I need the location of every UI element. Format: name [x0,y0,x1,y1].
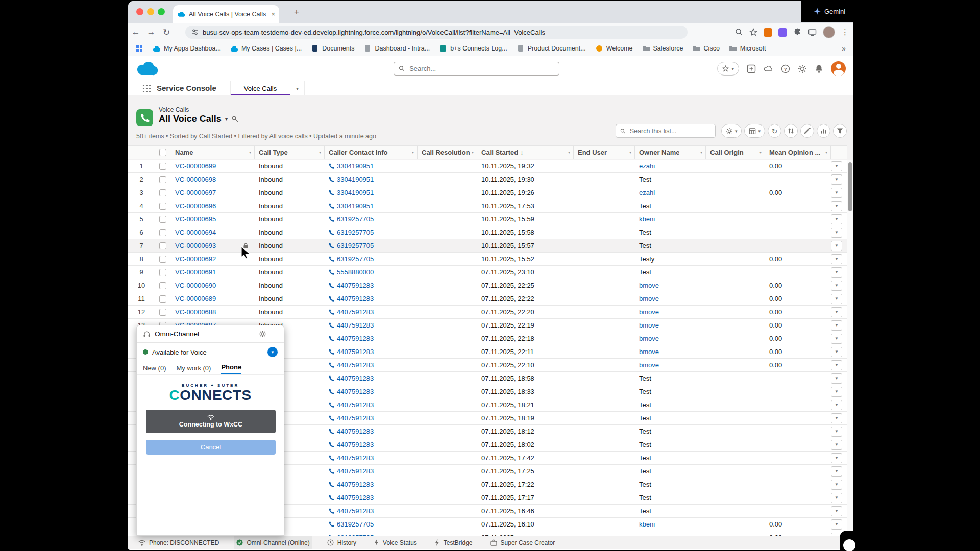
site-settings-icon[interactable] [191,29,199,36]
list-view-selector-chevron-icon[interactable]: ▾ [225,116,228,122]
owner-name[interactable]: Test [639,229,651,236]
bookmark-item[interactable]: Salesforce [642,44,683,53]
utility-phone-status[interactable]: Phone: DISCONNECTED [136,536,221,549]
owner-name[interactable]: bmove [639,321,659,329]
bookmark-item[interactable]: My Cases | Cases |... [230,44,302,53]
owner-name[interactable]: Test [639,388,651,395]
favorites-button[interactable]: ▾ [717,62,739,76]
caller-number-link[interactable]: 4407591283 [337,335,374,342]
table-row[interactable]: 6 VC-00000694 Inbound 6319257705 10.11.2… [128,226,847,239]
floating-button[interactable] [843,539,855,551]
bookmark-item[interactable]: My Apps Dashboa... [153,44,221,53]
row-actions-button[interactable]: ▼ [831,294,842,304]
caller-number-link[interactable]: 4407591283 [337,321,374,329]
row-actions-button[interactable]: ▼ [831,188,842,198]
pin-list-icon[interactable] [231,115,239,123]
browser-menu-icon[interactable]: ⋮ [841,28,849,37]
row-actions-button[interactable]: ▼ [831,267,842,278]
row-actions-button[interactable]: ▼ [831,320,842,331]
caller-number-link[interactable]: 5558880000 [337,268,374,276]
row-actions-button[interactable]: ▼ [831,281,842,291]
column-header-end-user[interactable]: End User▾ [574,146,635,159]
owner-name[interactable]: Test [639,268,651,276]
row-checkbox[interactable] [159,269,166,276]
column-header-name[interactable]: Name▾ [171,146,255,159]
omni-tab-my-work[interactable]: My work (0) [177,364,211,374]
bookmark-item[interactable]: Product Document... [517,44,586,53]
bookmark-star-icon[interactable] [749,28,757,36]
tab-close-icon[interactable]: × [271,10,275,18]
table-row[interactable]: 8 VC-00000692 Inbound 6319257705 10.11.2… [128,253,847,266]
zoom-window-button[interactable] [158,8,165,15]
chevron-down-icon[interactable]: ▾ [319,150,321,155]
omni-tab-phone[interactable]: Phone [221,363,241,374]
search-lens-icon[interactable] [735,28,743,36]
caller-number-link[interactable]: 4407591283 [337,361,374,369]
row-checkbox[interactable] [159,229,166,236]
owner-name[interactable]: bmove [639,308,659,316]
bookmark-item[interactable]: Dashboard - Intra... [363,44,430,53]
caller-number-link[interactable]: 4407591283 [337,454,374,462]
owner-name[interactable]: kbeni [639,215,655,223]
voice-call-link[interactable]: VC-00000698 [175,176,216,183]
caller-number-link[interactable]: 4407591283 [337,414,374,422]
sort-button[interactable] [784,124,798,138]
global-search-input[interactable] [408,64,554,73]
table-row[interactable]: 1 VC-00000699 Inbound 3304190951 10.11.2… [128,160,847,173]
bookmark-item[interactable]: Microsoft [729,44,766,53]
chevron-down-icon[interactable]: ▾ [760,150,762,155]
caller-number-link[interactable]: 6319257705 [337,229,374,236]
row-actions-button[interactable]: ▼ [831,519,842,530]
caller-number-link[interactable]: 6319257705 [337,255,374,263]
caller-number-link[interactable]: 6319257705 [337,242,374,249]
caller-number-link[interactable]: 4407591283 [337,467,374,475]
row-actions-button[interactable]: ▼ [831,387,842,397]
owner-name[interactable]: bmove [639,335,659,342]
row-actions-button[interactable]: ▼ [831,307,842,317]
table-row[interactable]: 2 VC-00000698 Inbound 3304190951 10.11.2… [128,173,847,186]
row-actions-button[interactable]: ▼ [831,373,842,384]
forward-icon[interactable]: → [143,27,159,37]
voice-call-link[interactable]: VC-00000694 [175,229,216,236]
owner-name[interactable]: Test [639,467,651,475]
browser-profile-avatar[interactable] [823,26,835,38]
voice-call-link[interactable]: VC-00000697 [175,189,216,196]
close-window-button[interactable] [136,8,143,15]
owner-name[interactable]: bmove [639,282,659,289]
utility-voice-status[interactable]: Voice Status [372,536,419,549]
quick-create-icon[interactable] [747,64,756,73]
row-checkbox[interactable] [159,189,166,196]
filter-button[interactable] [833,124,847,138]
list-view-title[interactable]: All Voice Calls [159,114,222,124]
extension-icon[interactable] [778,28,787,37]
workspace-tab-voice-calls[interactable]: Voice Calls [230,81,290,95]
owner-name[interactable]: Test [639,202,651,210]
scrollbar-thumb[interactable] [848,162,852,211]
row-actions-button[interactable]: ▼ [831,506,842,516]
caller-number-link[interactable]: 4407591283 [337,308,374,316]
column-header-call-started[interactable]: Call Started↓▾ [477,146,574,159]
row-checkbox[interactable] [159,256,166,263]
column-header-call-resolution[interactable]: Call Resolution▾ [418,146,477,159]
row-checkbox[interactable] [159,282,166,289]
owner-name[interactable]: Test [639,414,651,422]
row-actions-button[interactable]: ▼ [831,493,842,503]
chevron-down-icon[interactable]: ▾ [629,150,631,155]
row-actions-button[interactable]: ▼ [831,334,842,344]
owner-name[interactable]: Test [639,441,651,448]
minimize-window-button[interactable] [147,8,154,15]
voice-call-link[interactable]: VC-00000696 [175,202,216,210]
utility-super-case-creator[interactable]: Super Case Creator [488,536,557,549]
status-dropdown-button[interactable]: ▼ [267,347,278,357]
bookmarks-overflow-icon[interactable]: » [842,44,846,53]
caller-number-link[interactable]: 3304190951 [337,189,374,196]
screen-share-icon[interactable] [808,29,817,36]
voice-call-link[interactable]: VC-00000699 [175,162,216,170]
owner-name[interactable]: bmove [639,361,659,369]
row-actions-button[interactable]: ▼ [831,228,842,238]
utility-testbridge[interactable]: TestBridge [432,536,475,549]
table-row[interactable]: 7 VC-00000693 Inbound 6319257705 10.11.2… [128,239,847,253]
chart-button[interactable] [817,124,830,138]
caller-number-link[interactable]: 4407591283 [337,428,374,435]
owner-name[interactable]: Test [639,428,651,435]
